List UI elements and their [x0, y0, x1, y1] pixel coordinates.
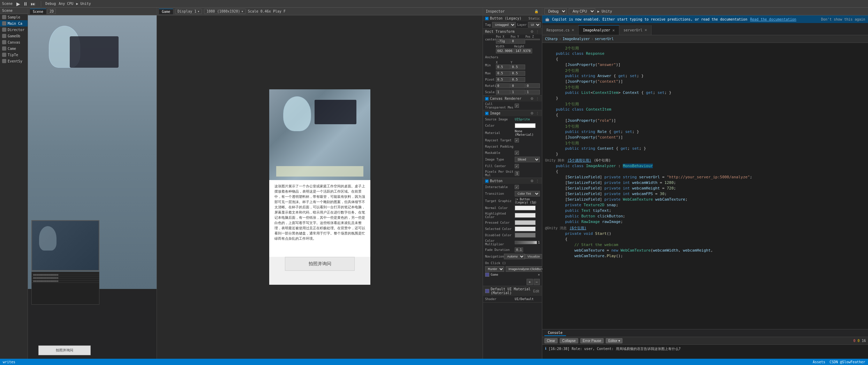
maskable-checkbox[interactable]: ✓ — [515, 151, 519, 155]
normal-color-swatch[interactable] — [515, 206, 536, 210]
rect-settings-icon[interactable]: ⚙ — [530, 30, 534, 33]
width-value[interactable]: 602.9006 — [496, 49, 514, 53]
sidebar-item-gameob[interactable]: GameOb — [0, 33, 28, 39]
pivot-y-value[interactable]: 0.5 — [511, 77, 525, 82]
max-y-value[interactable]: 0.5 — [511, 71, 525, 76]
unity-ref-link[interactable]: (5个调用引用) — [567, 158, 591, 163]
runtime-dropdown[interactable]: Runtime ▾ — [485, 266, 504, 272]
button-settings-icon[interactable]: ⚙ — [530, 179, 534, 183]
color-multiplier-slider[interactable] — [515, 241, 537, 244]
pressed-color-swatch[interactable] — [515, 220, 536, 225]
pos-x-value[interactable]: -71g — [496, 39, 510, 44]
max-x-value[interactable]: 0.5 — [496, 71, 510, 76]
sidebar-item-tipte[interactable]: TipTe — [0, 52, 28, 58]
copilot-dismiss-link[interactable]: Don't show this again — [821, 17, 865, 21]
scale-z-value[interactable]: 1 — [526, 90, 540, 95]
fill-center-checkbox[interactable]: ✓ — [515, 164, 519, 168]
step-button[interactable]: ⏭ — [30, 1, 37, 7]
scene-2d-btn[interactable]: 2D — [47, 9, 56, 14]
console-error-pause-btn[interactable]: Error Pause — [580, 338, 604, 343]
scale-y-value[interactable]: 1 — [511, 90, 525, 95]
tab-serverurl[interactable]: serverUrl × — [619, 25, 651, 35]
image-color-swatch[interactable] — [515, 123, 536, 128]
debug-dropdown[interactable]: Debug — [544, 8, 567, 14]
sidebar-item-sample[interactable]: Sample — [0, 14, 28, 20]
image-settings-icon[interactable]: ⚙ — [530, 111, 534, 115]
remove-onclick-button[interactable]: − — [534, 279, 540, 285]
image-type-dropdown[interactable]: Sliced — [515, 157, 540, 162]
sidebar-item-canvas[interactable]: Canvas — [0, 39, 28, 45]
disabled-color-swatch[interactable] — [515, 233, 536, 238]
rot-x-value[interactable]: 0 — [496, 83, 510, 88]
tab-serverurl-close[interactable]: × — [644, 28, 647, 32]
on-click-x-btn[interactable]: ✕ — [538, 273, 540, 276]
resolution-dropdown[interactable]: 1080 (1080x1920) ▾ — [204, 9, 246, 14]
raycast-target-checkbox[interactable]: ✓ — [515, 138, 519, 142]
display-dropdown[interactable]: Display 1 ▾ — [175, 9, 202, 14]
sidebar-item-main-ca[interactable]: Main Ca — [0, 20, 28, 27]
canvas-renderer-toggle[interactable]: ✓ — [485, 97, 489, 100]
tab-response[interactable]: Response.cs × — [542, 25, 579, 35]
button-more-icon[interactable]: ⋮ — [535, 179, 540, 183]
highlighted-color-swatch[interactable] — [515, 213, 536, 218]
rot-z-value[interactable]: 0 — [526, 83, 540, 88]
sidebar-item-director[interactable]: Director — [0, 27, 28, 33]
transition-dropdown[interactable]: Color Tint — [515, 191, 540, 196]
console-collapse-btn[interactable]: Collapse — [560, 338, 578, 343]
image-header[interactable]: ✓ Image ⚙ ⋮ — [483, 110, 542, 116]
cpu-dropdown[interactable]: Any CPU — [569, 8, 595, 14]
code-editor[interactable]: 2个引用 public class Response { [JsonProper… — [542, 43, 868, 329]
game-action-button[interactable]: 拍照并询问 — [285, 257, 355, 271]
line-content-20: 1个引用 — [554, 124, 865, 129]
game-tab[interactable]: Game — [159, 9, 173, 14]
visualize-button[interactable]: Visualize — [525, 254, 542, 259]
unity-msg-link[interactable]: (6个引用) — [569, 226, 586, 231]
button-legacy-header[interactable]: ✓ Button (Legacy) Static — [483, 15, 542, 21]
image-toggle[interactable]: ✓ — [485, 112, 489, 115]
add-onclick-button[interactable]: + — [527, 279, 533, 285]
game-canvas[interactable]: 这张图片展示了一个办公室或家庭工作空间的桌面。桌子上摆放着各种物品，表明这是一个… — [157, 15, 483, 359]
tag-dropdown[interactable]: Untagged — [492, 22, 516, 28]
fade-duration-value[interactable]: 0.1 — [515, 247, 523, 252]
layer-dropdown[interactable]: UI — [528, 22, 541, 28]
copilot-read-link[interactable]: Read the documentation — [750, 17, 796, 21]
console-clear-btn[interactable]: Clear — [544, 338, 558, 343]
interactable-checkbox[interactable]: ✓ — [515, 185, 519, 189]
code-line-33: [SerializeField] private int webcamWidth… — [542, 180, 868, 186]
tab-imageanalyzer[interactable]: ImageAnalyzer × — [579, 25, 619, 35]
button-section-header[interactable]: ✓ Button ⚙ ⋮ — [483, 178, 542, 184]
canvas-renderer-more-icon[interactable]: ⋮ — [535, 97, 540, 100]
pos-z-value[interactable] — [526, 39, 540, 40]
rect-more-icon[interactable]: ⋮ — [535, 30, 540, 33]
pixels-value[interactable]: 1 — [515, 171, 519, 176]
navigation-dropdown[interactable]: Automatic — [504, 254, 525, 259]
pivot-x-value[interactable]: 0.5 — [496, 77, 510, 82]
pause-button[interactable]: ⏸ — [22, 1, 29, 7]
code-line-36: [SerializeField] private WebCamTexture w… — [542, 197, 868, 203]
default-material-header[interactable]: Default UI Material (Material) Edit — [483, 286, 542, 296]
play-button[interactable]: ▶ — [15, 1, 21, 7]
sidebar-item-came[interactable]: Came — [0, 45, 28, 52]
console-editor-btn[interactable]: Editor ▾ — [606, 338, 622, 343]
button-legacy-toggle[interactable]: ✓ — [485, 17, 489, 20]
min-y-value[interactable]: 0.5 — [511, 65, 525, 69]
tab-response-close[interactable]: × — [572, 28, 574, 32]
console-tab[interactable]: Console — [544, 330, 566, 336]
pos-y-value[interactable]: 0 — [511, 39, 525, 44]
height-value[interactable]: 147.9378 — [514, 49, 532, 53]
scale-x-value[interactable]: 1 — [496, 90, 510, 95]
inspector-lock-icon[interactable]: 🔒 — [534, 9, 539, 13]
min-x-value[interactable]: 0.5 — [496, 65, 510, 69]
canvas-renderer-header[interactable]: ✓ Canvas Renderer ⚙ ⋮ — [483, 96, 542, 102]
canvas-renderer-settings-icon[interactable]: ⚙ — [530, 97, 534, 100]
rot-y-value[interactable]: 0 — [511, 83, 525, 88]
material-edit-button[interactable]: Edit — [533, 289, 540, 293]
scene-tab[interactable]: Scene — [30, 9, 46, 14]
selected-color-swatch[interactable] — [515, 226, 536, 231]
rect-transform-header[interactable]: Rect Transform ⚙ ⋮ — [483, 29, 542, 35]
button-toggle[interactable]: ✓ — [485, 179, 489, 183]
sidebar-item-eventsy[interactable]: EventSy — [0, 58, 28, 64]
image-more-icon[interactable]: ⋮ — [535, 111, 540, 115]
tab-imageanalyzer-close[interactable]: × — [612, 28, 615, 33]
cull-checkbox[interactable]: ✓ — [515, 104, 519, 108]
